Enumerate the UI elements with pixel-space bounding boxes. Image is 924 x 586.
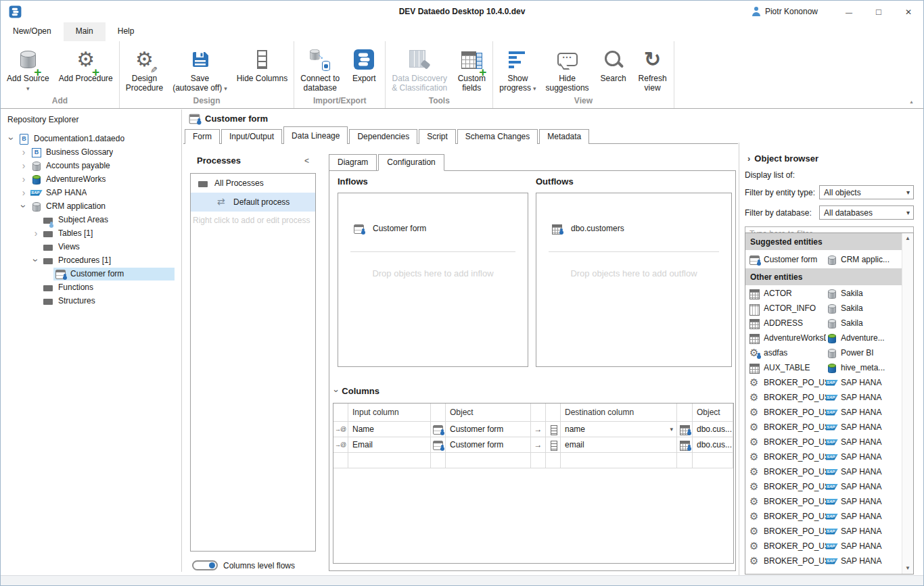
- tree-item[interactable]: SAP HANA: [1, 186, 181, 199]
- expand-arrow-icon[interactable]: [6, 133, 17, 145]
- refresh-view-button[interactable]: ↻ Refreshview: [633, 44, 672, 95]
- collapse-ribbon-icon[interactable]: [909, 99, 914, 104]
- tree-item[interactable]: Procedures [1]: [1, 253, 181, 267]
- cell-object[interactable]: Customer form: [446, 437, 531, 453]
- scrollbar[interactable]: [902, 233, 913, 574]
- entity-row[interactable]: BROKER_PO_USER_... SAP HANA: [745, 464, 902, 479]
- entity-row[interactable]: AdventureWorksDW... Adventure...: [745, 331, 902, 345]
- hide-columns-button[interactable]: Hide Columns: [232, 44, 292, 95]
- entity-row[interactable]: asdfas Power BI: [745, 345, 902, 360]
- columns-table: Input column Object Destination column O…: [333, 403, 734, 564]
- cell-dest-object[interactable]: dbo.cus...: [693, 437, 733, 453]
- tree-item[interactable]: Functions: [1, 280, 181, 294]
- collapse-columns-icon[interactable]: [335, 386, 338, 396]
- menu-help[interactable]: Help: [106, 22, 147, 41]
- entity-row[interactable]: Customer form CRM applic...: [745, 251, 902, 268]
- process-item-default[interactable]: Default process: [191, 193, 315, 212]
- tab-input-output[interactable]: Input/Output: [221, 129, 282, 144]
- design-procedure-button[interactable]: ⚙✎ DesignProcedure: [121, 44, 168, 95]
- show-progress-button[interactable]: Showprogress: [494, 44, 540, 95]
- tree-item[interactable]: Accounts payable: [1, 159, 181, 172]
- entity-row[interactable]: ACTOR Sakila: [745, 286, 902, 301]
- entity-row[interactable]: AUX_TABLE hive_meta...: [745, 360, 902, 375]
- cell-dest-object[interactable]: dbo.cus...: [693, 422, 733, 437]
- tree-item[interactable]: Documentation1.dataedo: [1, 132, 181, 145]
- collapse-panel-icon[interactable]: <: [304, 156, 315, 166]
- add-source-button[interactable]: + Add Source: [2, 44, 54, 95]
- entity-row[interactable]: ACTOR_INFO Sakila: [745, 301, 902, 316]
- entity-row[interactable]: BROKER_PO_USER_... SAP HANA: [745, 375, 902, 390]
- database-filter-select[interactable]: All databases: [819, 205, 914, 220]
- expand-arrow-icon[interactable]: [30, 228, 41, 239]
- connect-to-database-button[interactable]: → Connect todatabase: [296, 44, 344, 95]
- expand-arrow-icon[interactable]: [18, 174, 29, 185]
- entity-row[interactable]: BROKER_PO_USER_... SAP HANA: [745, 509, 902, 524]
- cell-empty[interactable]: [693, 453, 733, 468]
- entity-row[interactable]: BROKER_PO_USER_... SAP HANA: [745, 539, 902, 554]
- expand-arrow-icon[interactable]: [18, 147, 29, 158]
- menu-new-open[interactable]: New/Open: [1, 22, 64, 41]
- outflows-dropzone[interactable]: dbo.customers Drop objects here to add o…: [536, 193, 732, 367]
- close-button[interactable]: [894, 7, 923, 17]
- entity-row[interactable]: BROKER_PO_USER_... SAP HANA: [745, 390, 902, 405]
- tree-item[interactable]: Structures: [1, 294, 181, 308]
- tab-metadata[interactable]: Metadata: [539, 129, 589, 144]
- tree-item[interactable]: AdventureWorks: [1, 172, 181, 186]
- entity-row[interactable]: ADDRESS Sakila: [745, 316, 902, 331]
- tab-data-lineage[interactable]: Data Lineage: [283, 126, 348, 144]
- tab-schema-changes[interactable]: Schema Changes: [457, 129, 538, 144]
- maximize-button[interactable]: [864, 7, 894, 17]
- tab-diagram[interactable]: Diagram: [329, 154, 377, 171]
- minimize-button[interactable]: [834, 7, 864, 17]
- entity-row[interactable]: BROKER_PO_USER_... SAP HANA: [745, 420, 902, 435]
- cell-destination-column[interactable]: email: [561, 437, 677, 453]
- inflow-item[interactable]: Customer form: [353, 220, 528, 237]
- process-item-all[interactable]: All Processes: [191, 174, 315, 193]
- tree-item[interactable]: Views: [1, 240, 181, 253]
- cell-empty[interactable]: [348, 453, 431, 468]
- expand-arrow-icon[interactable]: [18, 187, 29, 199]
- outflow-item[interactable]: dbo.customers: [551, 220, 731, 237]
- expand-arrow-icon[interactable]: [18, 201, 29, 212]
- sap-icon: [826, 408, 837, 418]
- collapse-object-browser-icon[interactable]: [747, 153, 750, 164]
- tab-script[interactable]: Script: [419, 129, 456, 144]
- entity-row[interactable]: BROKER_PO_USER_... SAP HANA: [745, 405, 902, 420]
- tree-item[interactable]: Subject Areas: [1, 213, 181, 226]
- entity-row[interactable]: BROKER_PO_USER_... SAP HANA: [745, 554, 902, 568]
- tree-item[interactable]: Tables [1]: [1, 226, 181, 240]
- tree-item[interactable]: Business Glossary: [1, 145, 181, 159]
- cell-object[interactable]: Customer form: [446, 422, 531, 437]
- columns-level-flows-toggle[interactable]: [192, 560, 218, 570]
- entity-row[interactable]: BROKER_PO_USER_... SAP HANA: [745, 435, 902, 449]
- export-button[interactable]: Export: [344, 44, 384, 95]
- tab-dependencies[interactable]: Dependencies: [349, 129, 417, 144]
- cell-empty[interactable]: [446, 453, 531, 468]
- cell-input-column[interactable]: Email: [348, 437, 431, 453]
- hide-suggestions-button[interactable]: Hidesuggestions: [541, 44, 594, 95]
- expand-arrow-icon[interactable]: [18, 160, 29, 172]
- search-button[interactable]: Search: [594, 44, 633, 95]
- user-account[interactable]: Piotr Kononow: [752, 7, 818, 16]
- entity-row[interactable]: BROKER_PO_USER_... SAP HANA: [745, 479, 902, 494]
- cell-empty[interactable]: [561, 453, 677, 468]
- tree-item[interactable]: CRM application: [1, 199, 181, 213]
- entity-row[interactable]: BROKER_PO_USER_... SAP HANA: [745, 524, 902, 539]
- tree-item[interactable]: Customer form: [1, 267, 181, 280]
- cell-destination-column[interactable]: name: [561, 422, 677, 437]
- entity-type-filter-select[interactable]: All objects: [819, 185, 914, 199]
- entity-database: SAP HANA: [841, 497, 902, 506]
- inflows-dropzone[interactable]: Customer form Drop objects here to add i…: [338, 193, 528, 367]
- cell-input-column[interactable]: Name: [348, 422, 431, 437]
- add-procedure-button[interactable]: ⚙+ Add Procedure: [54, 44, 118, 95]
- tab-form[interactable]: Form: [185, 129, 220, 144]
- save-button[interactable]: Save(autosave off): [168, 44, 232, 95]
- menu-main[interactable]: Main: [64, 22, 106, 41]
- entity-row[interactable]: BROKER_PO_USER_... SAP HANA: [745, 449, 902, 464]
- scroll-up-icon[interactable]: [902, 233, 913, 244]
- entity-row[interactable]: BROKER_PO_USER_... SAP HANA: [745, 494, 902, 509]
- expand-arrow-icon[interactable]: [30, 255, 41, 266]
- custom-fields-button[interactable]: + Customfields: [452, 44, 491, 95]
- tab-configuration[interactable]: Configuration: [378, 154, 444, 171]
- scroll-down-icon[interactable]: [902, 563, 913, 574]
